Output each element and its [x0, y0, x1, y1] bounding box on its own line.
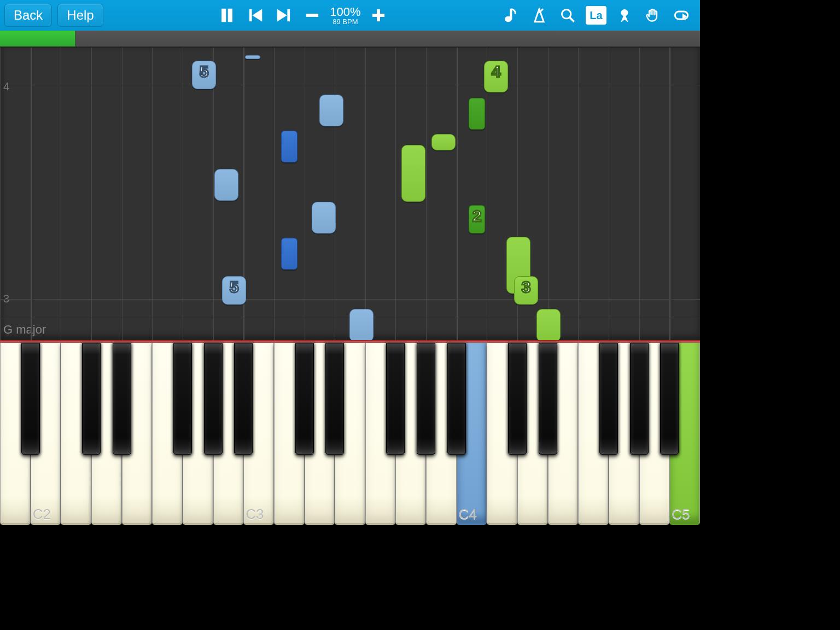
finger-number: 5 [192, 62, 215, 81]
falling-note [469, 98, 485, 130]
black-key[interactable] [630, 343, 649, 455]
help-button[interactable]: Help [57, 4, 103, 27]
black-key[interactable] [295, 343, 314, 455]
falling-note: 2 [469, 205, 485, 234]
falling-note [536, 309, 561, 341]
zoom-icon[interactable] [557, 4, 579, 26]
falling-note [245, 55, 260, 59]
falling-note [349, 309, 374, 341]
falling-note [312, 202, 336, 234]
skip-forward-button[interactable] [273, 4, 295, 26]
black-key[interactable] [234, 343, 253, 455]
loop-icon[interactable] [670, 4, 692, 26]
falling-note [319, 95, 343, 126]
bookmark-icon[interactable] [614, 4, 635, 26]
svg-rect-6 [307, 14, 318, 17]
black-key[interactable] [113, 343, 131, 455]
falling-note [401, 145, 425, 202]
falling-note: 4 [484, 61, 508, 92]
svg-rect-8 [377, 10, 380, 21]
back-button[interactable]: Back [4, 4, 52, 27]
falling-note: 5 [222, 276, 246, 305]
progress-fill [0, 31, 75, 46]
octave-label: C4 [459, 506, 477, 523]
svg-rect-17 [675, 11, 687, 19]
octave-label: C2 [33, 506, 51, 523]
falling-note [214, 169, 238, 201]
octave-label: C5 [672, 506, 690, 523]
falling-note [281, 238, 298, 270]
piano-keyboard[interactable]: C2C3C4C5 [0, 341, 700, 525]
note-canvas[interactable]: 4 3 G major 55423 [0, 47, 700, 341]
tempo-plus-button[interactable] [368, 4, 389, 26]
black-key[interactable] [173, 343, 192, 455]
svg-marker-11 [535, 9, 544, 21]
finger-number: 5 [223, 278, 246, 296]
progress-bar[interactable]: 0:02.0 0:32.3 [0, 31, 700, 47]
note-icon[interactable] [500, 4, 522, 26]
svg-rect-1 [229, 9, 232, 21]
black-key[interactable] [386, 343, 405, 455]
svg-point-13 [562, 10, 571, 19]
falling-note: 3 [514, 276, 538, 305]
falling-note [431, 134, 456, 150]
black-key[interactable] [447, 343, 466, 455]
tempo-display[interactable]: 100% 89 BPM [330, 6, 360, 25]
finger-number: 3 [515, 278, 538, 296]
svg-rect-10 [510, 9, 512, 19]
toolbar: Back Help 100% 89 BPM [0, 0, 700, 31]
pause-button[interactable] [216, 4, 238, 26]
black-key[interactable] [82, 343, 101, 455]
black-key[interactable] [508, 343, 527, 455]
hand-icon[interactable] [642, 4, 664, 26]
svg-rect-2 [250, 10, 252, 21]
black-key[interactable] [599, 343, 618, 455]
metronome-icon[interactable] [528, 4, 550, 26]
key-signature-label: G major [3, 323, 46, 337]
black-key[interactable] [417, 343, 435, 455]
falling-note [281, 131, 298, 162]
svg-rect-4 [288, 10, 290, 21]
svg-line-14 [570, 18, 574, 22]
black-key[interactable] [325, 343, 344, 455]
skip-back-button[interactable] [244, 4, 266, 26]
falling-note: 5 [192, 61, 216, 89]
black-key[interactable] [204, 343, 223, 455]
svg-rect-0 [222, 9, 226, 21]
finger-number: 4 [485, 62, 508, 81]
tempo-percent-label: 100% [330, 6, 360, 18]
black-key[interactable] [660, 343, 679, 455]
octave-label: C3 [246, 506, 264, 523]
note-names-button[interactable]: La [585, 4, 607, 26]
svg-marker-5 [278, 10, 287, 21]
tempo-minus-button[interactable] [301, 4, 323, 26]
bar-number: 4 [3, 80, 9, 93]
black-key[interactable] [539, 343, 557, 455]
svg-marker-3 [253, 10, 262, 21]
tempo-bpm-label: 89 BPM [330, 18, 360, 25]
black-key[interactable] [21, 343, 40, 455]
finger-number: 2 [469, 207, 485, 225]
